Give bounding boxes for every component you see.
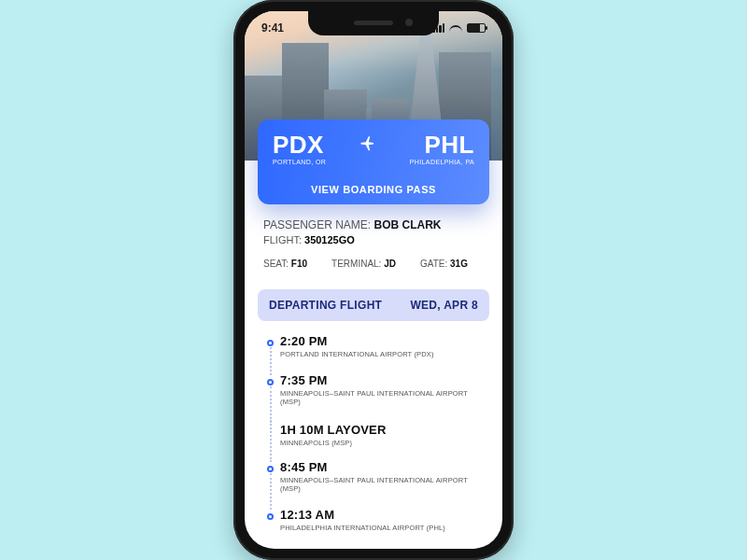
timeline-stop: 7:35 PMMINNEAPOLIS–SAINT PAUL INTERNATIO… <box>261 373 486 421</box>
departing-header: DEPARTING FLIGHT WED, APR 8 <box>258 289 489 321</box>
passenger-name-row: PASSENGER NAME: BOB CLARK <box>263 218 484 231</box>
route: PDX PORTLAND, OR PHL PHILADELPHIA, PA <box>273 133 474 165</box>
wifi-icon <box>449 23 462 33</box>
passenger-block: PASSENGER NAME: BOB CLARK FLIGHT: 350125… <box>258 203 489 276</box>
origin-code: PDX <box>273 133 326 157</box>
plane-icon <box>326 133 410 151</box>
battery-icon <box>467 23 486 33</box>
passenger-name: BOB CLARK <box>374 218 441 231</box>
destination-airport: PHL PHILADELPHIA, PA <box>410 133 474 165</box>
phone-frame: 9:41 PDX PORTLAND, OR PHL <box>233 0 514 560</box>
flight-details: PASSENGER NAME: BOB CLARK FLIGHT: 350125… <box>258 203 489 549</box>
notch <box>308 11 439 35</box>
stop-place: PORTLAND INTERNATIONAL AIRPORT (PDX) <box>280 350 486 358</box>
origin-airport: PDX PORTLAND, OR <box>273 133 326 165</box>
stop-place: MINNEAPOLIS–SAINT PAUL INTERNATIONAL AIR… <box>280 476 486 493</box>
stop-time: 8:45 PM <box>280 460 486 474</box>
stop-place: PHILADELPHIA INTERNATIONAL AIRPORT (PHL) <box>280 524 486 532</box>
departing-date: WED, APR 8 <box>410 299 478 312</box>
flight-label: FLIGHT: <box>263 234 304 245</box>
screen: 9:41 PDX PORTLAND, OR PHL <box>245 11 502 549</box>
status-indicators <box>432 23 486 33</box>
flight-number: 350125GO <box>304 234 355 245</box>
flight-number-row: FLIGHT: 350125GO <box>263 234 484 245</box>
departing-title: DEPARTING FLIGHT <box>269 299 382 312</box>
layover-item: 1H 10M LAYOVERMINNEAPOLIS (MSP) <box>261 421 486 460</box>
origin-city: PORTLAND, OR <box>273 159 326 165</box>
passenger-name-label: PASSENGER NAME: <box>263 218 374 231</box>
view-boarding-pass-button[interactable]: VIEW BOARDING PASS <box>273 176 474 195</box>
stop-place: MINNEAPOLIS (MSP) <box>280 439 486 447</box>
timeline-stop: 8:45 PMMINNEAPOLIS–SAINT PAUL INTERNATIO… <box>261 460 486 508</box>
status-time: 9:41 <box>261 21 284 35</box>
stop-time: 7:35 PM <box>280 373 486 387</box>
terminal: TERMINAL: JD <box>331 259 396 269</box>
destination-code: PHL <box>410 133 474 157</box>
stop-time: 2:20 PM <box>280 334 486 348</box>
gate: GATE: 31G <box>420 259 468 269</box>
destination-city: PHILADELPHIA, PA <box>410 159 474 165</box>
timeline-stop: 2:20 PMPORTLAND INTERNATIONAL AIRPORT (P… <box>261 334 486 373</box>
stop-place: MINNEAPOLIS–SAINT PAUL INTERNATIONAL AIR… <box>280 389 486 406</box>
seat: SEAT: F10 <box>263 259 307 269</box>
stop-time: 1H 10M LAYOVER <box>280 423 486 437</box>
stop-time: 12:13 AM <box>280 508 486 522</box>
itinerary-timeline: 2:20 PMPORTLAND INTERNATIONAL AIRPORT (P… <box>258 334 489 547</box>
timeline-stop: 12:13 AMPHILADELPHIA INTERNATIONAL AIRPO… <box>261 508 486 547</box>
seat-terminal-gate-row: SEAT: F10 TERMINAL: JD GATE: 31G <box>263 259 484 269</box>
boarding-pass-card[interactable]: PDX PORTLAND, OR PHL PHILADELPHIA, PA VI… <box>258 119 489 204</box>
